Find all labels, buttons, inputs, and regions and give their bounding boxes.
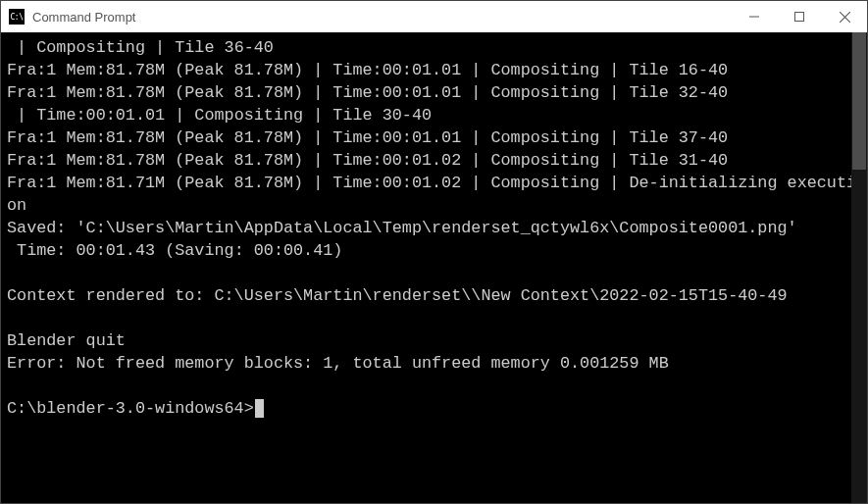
prompt: C:\blender-3.0-windows64> [7,399,254,418]
scrollbar[interactable] [851,32,867,503]
cursor-icon [255,399,264,418]
scroll-thumb[interactable] [852,32,866,170]
maximize-button[interactable] [777,1,822,32]
window-title: Command Prompt [32,10,135,25]
app-icon: C:\ [9,9,25,25]
terminal-output[interactable]: | Compositing | Tile 36-40 Fra:1 Mem:81.… [1,32,867,503]
close-button[interactable] [822,1,867,32]
command-prompt-window: C:\ Command Prompt | Compositing | Tile … [0,0,868,504]
titlebar[interactable]: C:\ Command Prompt [1,1,867,32]
minimize-button[interactable] [732,1,777,32]
svg-rect-0 [795,13,804,22]
